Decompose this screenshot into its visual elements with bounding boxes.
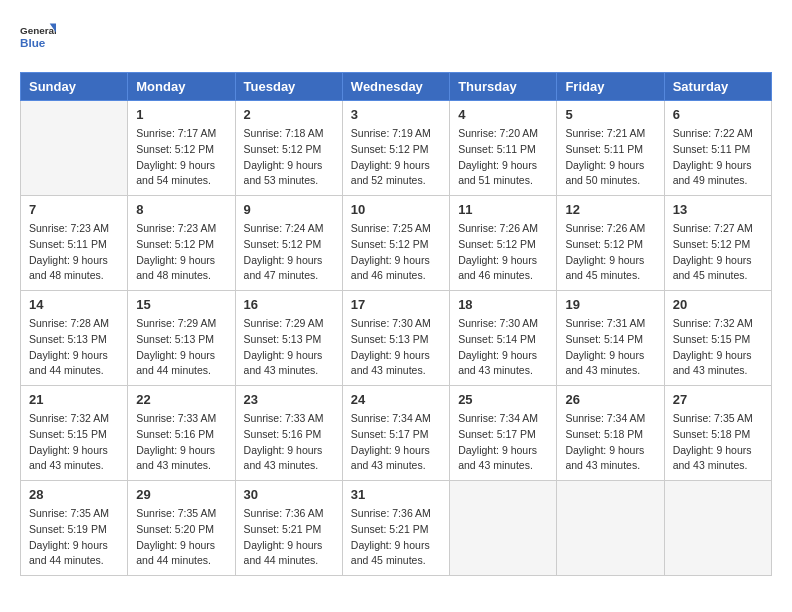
calendar-cell: 7Sunrise: 7:23 AMSunset: 5:11 PMDaylight…: [21, 196, 128, 291]
day-number: 16: [244, 297, 334, 312]
day-number: 31: [351, 487, 441, 502]
calendar-week-1: 1Sunrise: 7:17 AMSunset: 5:12 PMDaylight…: [21, 101, 772, 196]
calendar-cell: 23Sunrise: 7:33 AMSunset: 5:16 PMDayligh…: [235, 386, 342, 481]
calendar-cell: 10Sunrise: 7:25 AMSunset: 5:12 PMDayligh…: [342, 196, 449, 291]
day-info: Sunrise: 7:34 AMSunset: 5:17 PMDaylight:…: [351, 411, 441, 474]
day-info: Sunrise: 7:32 AMSunset: 5:15 PMDaylight:…: [29, 411, 119, 474]
day-info: Sunrise: 7:34 AMSunset: 5:18 PMDaylight:…: [565, 411, 655, 474]
day-number: 4: [458, 107, 548, 122]
day-number: 18: [458, 297, 548, 312]
calendar-cell: 20Sunrise: 7:32 AMSunset: 5:15 PMDayligh…: [664, 291, 771, 386]
day-number: 20: [673, 297, 763, 312]
day-info: Sunrise: 7:36 AMSunset: 5:21 PMDaylight:…: [244, 506, 334, 569]
calendar-cell: 1Sunrise: 7:17 AMSunset: 5:12 PMDaylight…: [128, 101, 235, 196]
calendar-cell: 12Sunrise: 7:26 AMSunset: 5:12 PMDayligh…: [557, 196, 664, 291]
day-info: Sunrise: 7:30 AMSunset: 5:13 PMDaylight:…: [351, 316, 441, 379]
day-info: Sunrise: 7:24 AMSunset: 5:12 PMDaylight:…: [244, 221, 334, 284]
day-info: Sunrise: 7:23 AMSunset: 5:11 PMDaylight:…: [29, 221, 119, 284]
calendar-cell: 15Sunrise: 7:29 AMSunset: 5:13 PMDayligh…: [128, 291, 235, 386]
calendar-cell: 22Sunrise: 7:33 AMSunset: 5:16 PMDayligh…: [128, 386, 235, 481]
day-number: 23: [244, 392, 334, 407]
calendar-cell: 16Sunrise: 7:29 AMSunset: 5:13 PMDayligh…: [235, 291, 342, 386]
calendar-cell: 29Sunrise: 7:35 AMSunset: 5:20 PMDayligh…: [128, 481, 235, 576]
svg-text:General: General: [20, 25, 56, 36]
calendar-cell: 13Sunrise: 7:27 AMSunset: 5:12 PMDayligh…: [664, 196, 771, 291]
day-info: Sunrise: 7:26 AMSunset: 5:12 PMDaylight:…: [565, 221, 655, 284]
day-number: 7: [29, 202, 119, 217]
day-info: Sunrise: 7:33 AMSunset: 5:16 PMDaylight:…: [244, 411, 334, 474]
day-number: 5: [565, 107, 655, 122]
calendar-cell: 24Sunrise: 7:34 AMSunset: 5:17 PMDayligh…: [342, 386, 449, 481]
day-number: 2: [244, 107, 334, 122]
day-info: Sunrise: 7:35 AMSunset: 5:20 PMDaylight:…: [136, 506, 226, 569]
calendar-cell: 21Sunrise: 7:32 AMSunset: 5:15 PMDayligh…: [21, 386, 128, 481]
day-number: 27: [673, 392, 763, 407]
calendar-week-5: 28Sunrise: 7:35 AMSunset: 5:19 PMDayligh…: [21, 481, 772, 576]
calendar-header-row: SundayMondayTuesdayWednesdayThursdayFrid…: [21, 73, 772, 101]
day-number: 28: [29, 487, 119, 502]
day-number: 12: [565, 202, 655, 217]
day-number: 9: [244, 202, 334, 217]
day-number: 1: [136, 107, 226, 122]
day-info: Sunrise: 7:29 AMSunset: 5:13 PMDaylight:…: [244, 316, 334, 379]
calendar-cell: 28Sunrise: 7:35 AMSunset: 5:19 PMDayligh…: [21, 481, 128, 576]
day-info: Sunrise: 7:23 AMSunset: 5:12 PMDaylight:…: [136, 221, 226, 284]
calendar-cell: 18Sunrise: 7:30 AMSunset: 5:14 PMDayligh…: [450, 291, 557, 386]
calendar-week-4: 21Sunrise: 7:32 AMSunset: 5:15 PMDayligh…: [21, 386, 772, 481]
calendar-cell: 5Sunrise: 7:21 AMSunset: 5:11 PMDaylight…: [557, 101, 664, 196]
day-info: Sunrise: 7:19 AMSunset: 5:12 PMDaylight:…: [351, 126, 441, 189]
day-number: 13: [673, 202, 763, 217]
day-info: Sunrise: 7:25 AMSunset: 5:12 PMDaylight:…: [351, 221, 441, 284]
day-info: Sunrise: 7:31 AMSunset: 5:14 PMDaylight:…: [565, 316, 655, 379]
day-number: 14: [29, 297, 119, 312]
calendar-week-3: 14Sunrise: 7:28 AMSunset: 5:13 PMDayligh…: [21, 291, 772, 386]
day-info: Sunrise: 7:18 AMSunset: 5:12 PMDaylight:…: [244, 126, 334, 189]
calendar-table: SundayMondayTuesdayWednesdayThursdayFrid…: [20, 72, 772, 576]
day-number: 25: [458, 392, 548, 407]
calendar-cell: [21, 101, 128, 196]
calendar-week-2: 7Sunrise: 7:23 AMSunset: 5:11 PMDaylight…: [21, 196, 772, 291]
day-info: Sunrise: 7:20 AMSunset: 5:11 PMDaylight:…: [458, 126, 548, 189]
calendar-cell: 25Sunrise: 7:34 AMSunset: 5:17 PMDayligh…: [450, 386, 557, 481]
day-info: Sunrise: 7:34 AMSunset: 5:17 PMDaylight:…: [458, 411, 548, 474]
day-number: 19: [565, 297, 655, 312]
day-info: Sunrise: 7:35 AMSunset: 5:19 PMDaylight:…: [29, 506, 119, 569]
calendar-header-sunday: Sunday: [21, 73, 128, 101]
day-number: 29: [136, 487, 226, 502]
day-info: Sunrise: 7:33 AMSunset: 5:16 PMDaylight:…: [136, 411, 226, 474]
page-header: General Blue: [20, 20, 772, 56]
svg-text:Blue: Blue: [20, 36, 46, 49]
calendar-cell: 26Sunrise: 7:34 AMSunset: 5:18 PMDayligh…: [557, 386, 664, 481]
calendar-cell: 14Sunrise: 7:28 AMSunset: 5:13 PMDayligh…: [21, 291, 128, 386]
day-info: Sunrise: 7:29 AMSunset: 5:13 PMDaylight:…: [136, 316, 226, 379]
calendar-cell: 4Sunrise: 7:20 AMSunset: 5:11 PMDaylight…: [450, 101, 557, 196]
calendar-cell: [450, 481, 557, 576]
calendar-cell: 11Sunrise: 7:26 AMSunset: 5:12 PMDayligh…: [450, 196, 557, 291]
day-number: 17: [351, 297, 441, 312]
calendar-cell: 17Sunrise: 7:30 AMSunset: 5:13 PMDayligh…: [342, 291, 449, 386]
day-number: 8: [136, 202, 226, 217]
day-info: Sunrise: 7:17 AMSunset: 5:12 PMDaylight:…: [136, 126, 226, 189]
day-number: 26: [565, 392, 655, 407]
calendar-cell: 8Sunrise: 7:23 AMSunset: 5:12 PMDaylight…: [128, 196, 235, 291]
calendar-cell: 2Sunrise: 7:18 AMSunset: 5:12 PMDaylight…: [235, 101, 342, 196]
calendar-cell: 19Sunrise: 7:31 AMSunset: 5:14 PMDayligh…: [557, 291, 664, 386]
logo-icon: General Blue: [20, 20, 56, 56]
calendar-cell: [557, 481, 664, 576]
logo: General Blue: [20, 20, 56, 56]
calendar-header-wednesday: Wednesday: [342, 73, 449, 101]
calendar-cell: 30Sunrise: 7:36 AMSunset: 5:21 PMDayligh…: [235, 481, 342, 576]
day-info: Sunrise: 7:27 AMSunset: 5:12 PMDaylight:…: [673, 221, 763, 284]
day-info: Sunrise: 7:21 AMSunset: 5:11 PMDaylight:…: [565, 126, 655, 189]
day-number: 6: [673, 107, 763, 122]
day-number: 21: [29, 392, 119, 407]
day-info: Sunrise: 7:22 AMSunset: 5:11 PMDaylight:…: [673, 126, 763, 189]
calendar-cell: 9Sunrise: 7:24 AMSunset: 5:12 PMDaylight…: [235, 196, 342, 291]
day-number: 10: [351, 202, 441, 217]
day-number: 11: [458, 202, 548, 217]
day-number: 15: [136, 297, 226, 312]
calendar-header-tuesday: Tuesday: [235, 73, 342, 101]
calendar-cell: 6Sunrise: 7:22 AMSunset: 5:11 PMDaylight…: [664, 101, 771, 196]
calendar-header-thursday: Thursday: [450, 73, 557, 101]
calendar-cell: 27Sunrise: 7:35 AMSunset: 5:18 PMDayligh…: [664, 386, 771, 481]
